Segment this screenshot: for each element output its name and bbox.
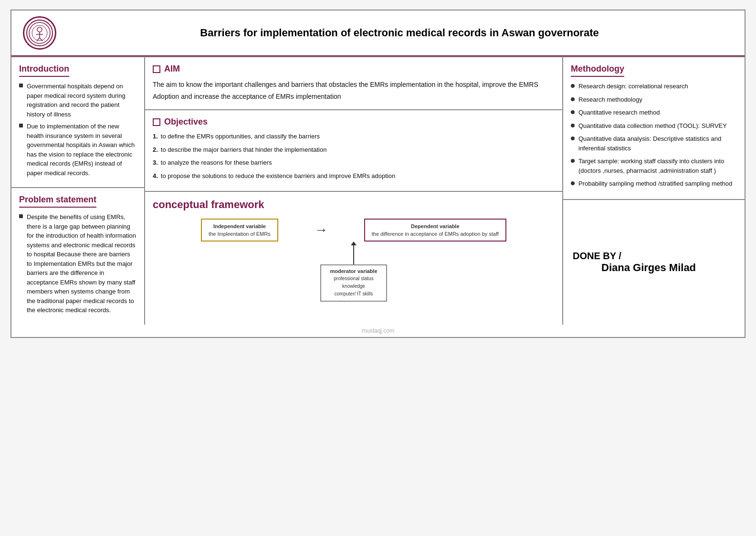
obj-item-2: 2. to describe the major barriers that h… (153, 145, 555, 155)
moderator-item-3: computer/ IT skills (327, 290, 380, 298)
bullet-icon-2 (19, 124, 23, 127)
obj-item-4: 4. to propose the solutions to reduce th… (153, 171, 555, 181)
problem-text: Despite the benefits of using EMRs, ther… (27, 212, 136, 315)
intro-text-1: Governmental hospitals depend on paper m… (27, 82, 136, 119)
moderator-box: moderator variable professional status k… (320, 264, 387, 302)
conceptual-section: conceptual framework Independent variabl… (145, 192, 562, 321)
intro-text-2: Due to implementation of the new health … (27, 122, 136, 178)
left-column: Introduction Governmental hospitals depe… (11, 57, 145, 325)
dependent-content: the difference in acceptance of EMRs ado… (372, 231, 499, 237)
obj-item-1: 1. to define the EMRs opportunities, and… (153, 132, 555, 141)
obj-text-1: to define the EMRs opportunities, and cl… (161, 132, 320, 141)
moderator-title: moderator variable (327, 268, 380, 274)
meth-text-2: Research methodology (578, 95, 642, 105)
obj-text-4: to propose the solutions to reduce the e… (161, 171, 395, 181)
meth-dot-1 (571, 84, 575, 88)
meth-item-5: Quantitative data analysis: Descriptive … (571, 134, 737, 153)
logo-inner (26, 20, 53, 46)
meth-text-1: Research design: correlational research (578, 82, 688, 91)
top-boxes: Independent variable the Impleentation o… (201, 219, 506, 242)
meth-text-4: Quantitative data collection method (TOO… (578, 121, 727, 131)
meth-item-2: Research methodology (571, 95, 737, 105)
meth-text-5: Quantitative data analysis: Descriptive … (578, 134, 737, 153)
obj-text-2: to describe the major barriers that hind… (161, 145, 327, 155)
meth-item-3: Quantitative research method (571, 108, 737, 117)
problem-title: Problem statement (19, 195, 96, 208)
aim-section: AIM The aim to know the important challe… (145, 57, 562, 110)
problem-item-1: Despite the benefits of using EMRs, ther… (19, 212, 136, 315)
methodology-title: Methodology (571, 64, 624, 77)
dependent-variable-box: Dependent variable the difference in acc… (364, 219, 506, 242)
aim-checkbox-icon (153, 65, 160, 73)
independent-label: Independent variable (209, 223, 271, 229)
obj-item-3: 3. to analyze the reasons for these barr… (153, 158, 555, 168)
main-content: Introduction Governmental hospitals depe… (11, 56, 745, 325)
aim-title: AIM (164, 64, 180, 74)
done-by-name: Diana Girges Milad (601, 262, 696, 274)
moderator-items: professional status knowledge computer/ … (327, 275, 380, 298)
meth-item-1: Research design: correlational research (571, 82, 737, 91)
bullet-icon-3 (19, 214, 23, 218)
obj-num-4: 4. (153, 171, 158, 181)
meth-dot-4 (571, 124, 575, 127)
right-column: Methodology Research design: correlation… (563, 57, 745, 325)
intro-item-1: Governmental hospitals depend on paper m… (19, 82, 136, 119)
svg-point-2 (37, 27, 42, 32)
obj-text-3: to analyze the reasons for these barrier… (161, 158, 272, 168)
problem-section: Problem statement Despite the benefits o… (11, 188, 144, 325)
objectives-checkbox-icon (153, 118, 160, 126)
meth-dot-5 (571, 137, 575, 140)
aim-text: The aim to know the important challenges… (153, 79, 555, 103)
problem-list: Despite the benefits of using EMRs, ther… (19, 212, 136, 315)
meth-item-6: Target sample: working staff classify in… (571, 157, 737, 175)
done-by-section: DONE BY / Diana Girges Milad (563, 200, 745, 325)
introduction-list: Governmental hospitals depend on paper m… (19, 82, 136, 178)
bullet-icon-1 (19, 84, 23, 87)
methodology-section: Methodology Research design: correlation… (563, 57, 745, 200)
horizontal-arrow: → (307, 225, 336, 235)
middle-column: AIM The aim to know the important challe… (145, 57, 563, 325)
objectives-title: Objectives (164, 117, 208, 127)
independent-content: the Impleentation of EMRs (209, 231, 271, 237)
logo (23, 16, 56, 50)
independent-variable-box: Independent variable the Impleentation o… (201, 219, 278, 242)
done-by-label: DONE BY / (573, 251, 621, 262)
obj-num-3: 3. (153, 158, 158, 168)
objectives-title-box: Objectives (153, 117, 555, 127)
meth-text-7: Probability sampling method /stratified … (578, 179, 732, 189)
meth-text-6: Target sample: working staff classify in… (578, 157, 737, 175)
objectives-list: 1. to define the EMRs opportunities, and… (153, 132, 555, 180)
obj-num-1: 1. (153, 132, 158, 141)
intro-item-2: Due to implementation of the new health … (19, 122, 136, 178)
obj-num-2: 2. (153, 145, 158, 155)
watermark: mustaqj.com (11, 325, 745, 337)
dependent-label: Dependent variable (372, 223, 499, 229)
meth-dot-7 (571, 181, 575, 185)
header: Barriers for implementation of electroni… (11, 11, 745, 56)
meth-dot-6 (571, 159, 575, 163)
meth-dot-3 (571, 110, 575, 114)
poster: Barriers for implementation of electroni… (10, 10, 746, 338)
vertical-arrow-container (353, 245, 354, 264)
methodology-list: Research design: correlational research … (571, 82, 737, 189)
framework-diagram: Independent variable the Impleentation o… (153, 219, 555, 314)
introduction-title: Introduction (19, 64, 69, 77)
page-title: Barriers for implementation of electroni… (66, 27, 733, 39)
moderator-item-1: professional status (327, 275, 380, 283)
moderator-item-2: knowledge (327, 283, 380, 290)
meth-item-4: Quantitative data collection method (TOO… (571, 121, 737, 131)
aim-title-box: AIM (153, 64, 555, 74)
meth-item-7: Probability sampling method /stratified … (571, 179, 737, 189)
meth-text-3: Quantitative research method (578, 108, 660, 117)
introduction-section: Introduction Governmental hospitals depe… (11, 57, 144, 188)
objectives-section: Objectives 1. to define the EMRs opportu… (145, 110, 562, 192)
meth-dot-2 (571, 97, 575, 101)
arrow-right-icon: → (315, 222, 328, 238)
conceptual-title: conceptual framework (153, 199, 555, 211)
